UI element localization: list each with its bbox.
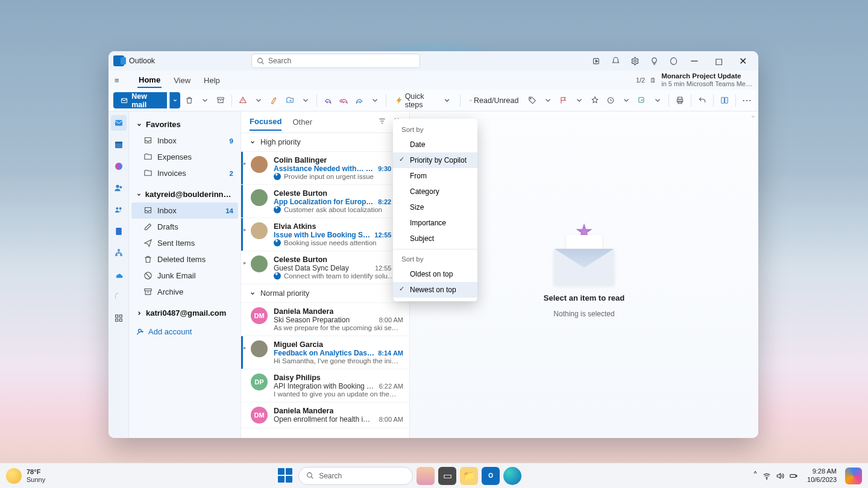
expand-icon[interactable]: ▸ [244, 260, 247, 266]
rail-org[interactable] [111, 245, 127, 261]
sort-option[interactable]: Oldest on top [393, 266, 477, 282]
rail-files[interactable] [111, 224, 127, 239]
sort-option[interactable]: Priority by Copilot [393, 152, 477, 168]
minimize-button[interactable]: ─ [682, 51, 706, 70]
rail-loop[interactable] [111, 289, 127, 304]
rail-people[interactable] [111, 180, 127, 196]
clock[interactable]: 9:28 AM 10/6/2023 [807, 468, 837, 483]
maximize-button[interactable]: ◻ [706, 51, 731, 70]
rail-onedrive[interactable] [111, 267, 127, 283]
weather-widget[interactable]: 78°FSunny [6, 468, 45, 484]
expand-icon[interactable]: ▸ [244, 345, 247, 351]
tab-help[interactable]: Help [203, 74, 221, 87]
snooze-button[interactable] [604, 92, 617, 108]
message-row[interactable]: DP Daisy Philips API Integration with Bo… [241, 369, 409, 402]
message-row[interactable]: ▸ Elvia Atkins Issue with Live Booking S… [241, 218, 409, 251]
pin-button[interactable] [588, 92, 602, 108]
account1-header[interactable]: katyreid@boulderinnova… [131, 186, 238, 202]
folder-deleted items[interactable]: Deleted Items [131, 251, 238, 267]
rail-mail[interactable] [111, 115, 127, 131]
archive-button[interactable] [214, 92, 227, 108]
notifications-icon[interactable] [606, 52, 624, 70]
chevron-up-icon[interactable]: ˄ [753, 470, 758, 481]
message-row[interactable]: ▸ Miguel Garcia Feedback on Analytics Da… [241, 336, 409, 369]
rail-groups[interactable] [111, 202, 127, 217]
tab-home[interactable]: Home [137, 73, 162, 88]
settings-icon[interactable] [626, 52, 644, 70]
folder-junk email[interactable]: Junk Email [131, 267, 238, 284]
folder-archive[interactable]: Archive [131, 284, 238, 300]
reminder-card[interactable]: Monarch Project Update in 5 min Microsof… [661, 72, 752, 88]
group-high-priority[interactable]: High priority [241, 133, 409, 152]
rail-copilot[interactable] [111, 158, 127, 174]
delete-dropdown[interactable] [198, 92, 212, 108]
copilot-icon[interactable] [664, 52, 682, 70]
folder-inbox[interactable]: Inbox14 [131, 202, 238, 219]
pinned-app-outlook[interactable]: O [482, 467, 500, 485]
hamburger-icon[interactable]: ≡ [115, 76, 127, 85]
snooze-dropdown[interactable] [620, 92, 633, 108]
sort-option[interactable]: Date [393, 137, 477, 152]
rules-dropdown[interactable] [651, 92, 664, 108]
reply-button[interactable] [321, 92, 335, 108]
quick-steps-button[interactable]: Quick steps [391, 92, 456, 108]
filter-icon[interactable] [378, 117, 386, 127]
battery-icon[interactable] [789, 472, 797, 480]
sweep-button[interactable] [268, 92, 281, 108]
meet-now-icon[interactable] [587, 52, 605, 70]
sort-option[interactable]: Newest on top [393, 282, 477, 298]
group-normal-priority[interactable]: Normal priority [241, 284, 409, 303]
new-mail-button[interactable]: New mail [113, 92, 167, 108]
folder-invoices[interactable]: Invoices2 [131, 165, 238, 181]
rules-button[interactable] [635, 92, 649, 108]
forward-dropdown[interactable] [368, 92, 382, 108]
volume-icon[interactable] [776, 472, 784, 480]
expand-icon[interactable]: ▸ [244, 160, 247, 166]
pinned-app-taskview[interactable]: ▭ [438, 467, 456, 485]
flag-dropdown[interactable] [573, 92, 586, 108]
calendar-mini-icon[interactable]: 🗓 [650, 77, 656, 84]
tag-button[interactable] [526, 92, 539, 108]
more-button[interactable]: ⋯ [740, 92, 753, 108]
sort-option[interactable]: Category [393, 184, 477, 199]
sort-option[interactable]: Subject [393, 231, 477, 246]
pinned-app-1[interactable] [417, 467, 435, 485]
sort-option[interactable]: Size [393, 199, 477, 215]
report-dropdown[interactable] [252, 92, 265, 108]
tag-dropdown[interactable] [541, 92, 555, 108]
copilot-taskbar-icon[interactable] [845, 468, 862, 484]
folder-expenses[interactable]: Expenses [131, 149, 238, 165]
account2-header[interactable]: katri0487@gmail.com [131, 305, 238, 321]
start-button[interactable] [277, 467, 295, 485]
tab-focused[interactable]: Focused [250, 113, 281, 131]
message-row[interactable]: Celeste Burton App Localization for Euro… [241, 185, 409, 218]
folder-sent items[interactable]: Sent Items [131, 235, 238, 251]
message-row[interactable]: ▸ Colin Ballinger@ Assistance Needed wit… [241, 152, 409, 185]
expand-icon[interactable]: ▸ [244, 227, 247, 233]
sort-option[interactable]: Importance [393, 215, 477, 231]
flag-button[interactable] [557, 92, 570, 108]
delete-button[interactable] [183, 92, 196, 108]
ribbon-collapse-icon[interactable] [750, 114, 756, 119]
add-account-button[interactable]: Add account [131, 321, 238, 342]
close-button[interactable]: ✕ [731, 51, 755, 70]
rail-calendar[interactable] [111, 137, 127, 152]
tab-view[interactable]: View [172, 74, 192, 87]
print-button[interactable] [673, 92, 687, 108]
favorites-header[interactable]: Favorites [131, 116, 238, 133]
report-button[interactable] [236, 92, 250, 108]
rail-more-apps[interactable] [111, 310, 127, 326]
folder-drafts[interactable]: Drafts [131, 219, 238, 235]
message-row[interactable]: DM Daniela Mandera Open enrollment for h… [241, 402, 409, 428]
move-button[interactable] [283, 92, 297, 108]
pinned-app-explorer[interactable]: 📁 [460, 467, 478, 485]
message-row[interactable]: DM Daniela Mandera Ski Season Preparatio… [241, 303, 409, 336]
read-unread-button[interactable]: Read/Unread [465, 92, 523, 108]
tab-other[interactable]: Other [292, 114, 312, 130]
taskbar-search[interactable]: Search [298, 467, 413, 485]
undo-button[interactable] [696, 92, 709, 108]
new-mail-dropdown[interactable] [169, 92, 180, 108]
move-dropdown[interactable] [299, 92, 312, 108]
search-input[interactable]: Search [251, 54, 420, 68]
sort-option[interactable]: From [393, 168, 477, 184]
